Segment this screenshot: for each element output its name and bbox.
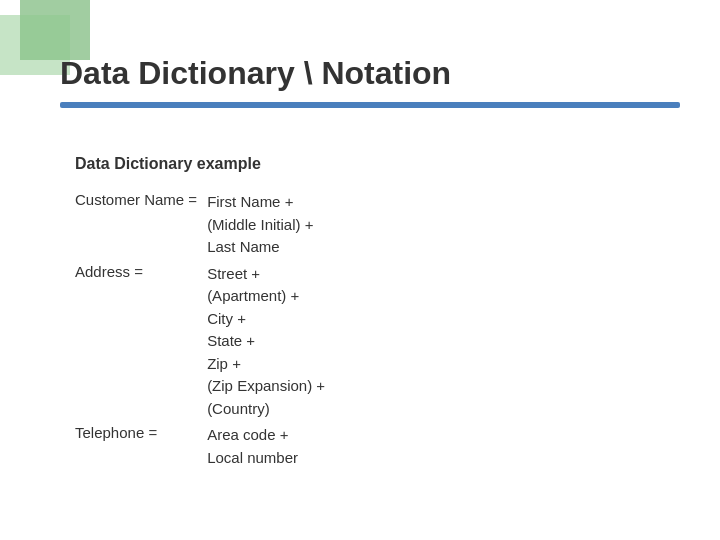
- content-section: Data Dictionary example Customer Name = …: [75, 155, 680, 473]
- page-container: Data Dictionary \ Notation Data Dictiona…: [0, 0, 720, 540]
- title-section: Data Dictionary \ Notation: [60, 55, 680, 108]
- table-row: Telephone = Area code +Local number: [75, 424, 325, 473]
- customer-name-label: Customer Name =: [75, 191, 207, 263]
- telephone-value: Area code +Local number: [207, 424, 325, 473]
- subtitle: Data Dictionary example: [75, 155, 680, 173]
- main-title: Data Dictionary \ Notation: [60, 55, 680, 92]
- table-row: Customer Name = First Name +(Middle Init…: [75, 191, 325, 263]
- data-table: Customer Name = First Name +(Middle Init…: [75, 191, 325, 473]
- customer-name-value: First Name +(Middle Initial) +Last Name: [207, 191, 325, 263]
- address-label: Address =: [75, 263, 207, 425]
- telephone-label: Telephone =: [75, 424, 207, 473]
- table-row: Address = Street +(Apartment) +City +Sta…: [75, 263, 325, 425]
- address-value: Street +(Apartment) +City +State +Zip +(…: [207, 263, 325, 425]
- title-underline: [60, 102, 680, 108]
